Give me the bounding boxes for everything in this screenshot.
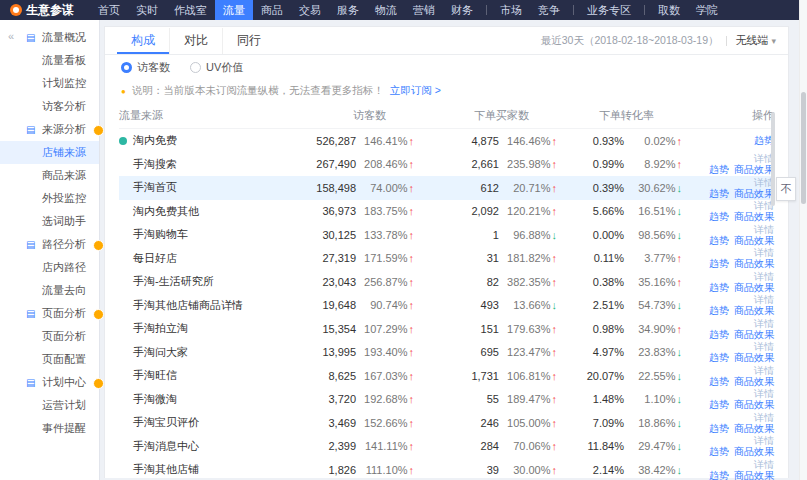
metric-option-UV价值[interactable]: UV价值 <box>190 60 243 75</box>
nav-item-财务[interactable]: 财务 <box>443 0 481 20</box>
action-link-趋势[interactable]: 趋势 <box>709 188 729 199</box>
metric-option-访客数[interactable]: 访客数 <box>121 60 170 75</box>
nav-item-营销[interactable]: 营销 <box>405 0 443 20</box>
action-link-商品效果[interactable]: 商品效果 <box>734 282 774 293</box>
expand-dot-icon[interactable] <box>119 137 127 145</box>
sidebar-item-店内路径[interactable]: 店内路径 <box>0 256 99 279</box>
action-link-详情[interactable]: 详情 <box>754 341 774 352</box>
feedback-tab[interactable]: 不 <box>776 177 796 201</box>
action-link-商品效果[interactable]: 商品效果 <box>734 164 774 175</box>
table-row[interactable]: 手淘消息中心2,399141.11%↑28470.06%↑11.84%29.47… <box>119 435 774 459</box>
nav-item-商品[interactable]: 商品 <box>253 0 291 20</box>
action-link-趋势[interactable]: 趋势 <box>709 470 729 480</box>
nav-item-学院[interactable]: 学院 <box>688 0 726 20</box>
nav-item-交易[interactable]: 交易 <box>291 0 329 20</box>
nav-item-作战室[interactable]: 作战室 <box>166 0 215 20</box>
page-scrollbar[interactable] <box>799 0 807 480</box>
action-link-商品效果[interactable]: 商品效果 <box>734 188 774 199</box>
nav-item-流量[interactable]: 流量 <box>215 0 253 20</box>
sidebar-item-流量看板[interactable]: 流量看板 <box>0 49 99 72</box>
action-link-详情[interactable]: 详情 <box>754 247 774 258</box>
sidebar-item-计划中心[interactable]: ▤计划中心 <box>0 371 99 394</box>
table-row[interactable]: 手淘-生活研究所23,043256.87%↑82382.35%↑0.38%35.… <box>119 270 774 294</box>
tab-对比[interactable]: 对比 <box>169 28 222 54</box>
action-link-趋势[interactable]: 趋势 <box>709 235 729 246</box>
action-link-趋势[interactable]: 趋势 <box>709 423 729 434</box>
nav-item-实时[interactable]: 实时 <box>128 0 166 20</box>
action-link-趋势[interactable]: 趋势 <box>709 258 729 269</box>
action-link-详情[interactable]: 详情 <box>754 224 774 235</box>
tab-构成[interactable]: 构成 <box>117 28 169 54</box>
action-link-详情[interactable]: 详情 <box>754 412 774 423</box>
nav-item-竞争[interactable]: 竞争 <box>530 0 568 20</box>
action-link-商品效果[interactable]: 商品效果 <box>734 329 774 340</box>
table-row[interactable]: 手淘搜索267,490208.46%↑2,661235.98%↑0.99%8.9… <box>119 153 774 177</box>
table-row[interactable]: 手淘其他店铺商品详情19,64890.74%↑49313.66%↓2.51%54… <box>119 294 774 318</box>
table-row[interactable]: 每日好店27,319171.59%↑31181.82%↑0.11%3.77%↑详… <box>119 247 774 271</box>
table-row[interactable]: 手淘旺信8,625167.03%↑1,731106.81%↑20.07%22.5… <box>119 364 774 388</box>
sidebar-item-运营计划[interactable]: 运营计划 <box>0 394 99 417</box>
action-link-商品效果[interactable]: 商品效果 <box>734 470 774 480</box>
sidebar-item-页面分析[interactable]: 页面分析 <box>0 325 99 348</box>
action-link-详情[interactable]: 详情 <box>754 435 774 446</box>
sidebar-item-计划监控[interactable]: 计划监控 <box>0 72 99 95</box>
subscribe-link[interactable]: 立即订阅 > <box>390 84 441 98</box>
date-range-selector[interactable]: 最近30天（2018-02-18~2018-03-19） <box>541 34 719 48</box>
action-link-商品效果[interactable]: 商品效果 <box>734 446 774 457</box>
table-row[interactable]: 手淘宝贝评价3,469152.66%↑246105.00%↑7.09%18.86… <box>119 411 774 435</box>
logo[interactable]: 生意参谋 <box>10 2 74 19</box>
action-link-详情[interactable]: 详情 <box>754 271 774 282</box>
sidebar-item-页面分析[interactable]: ▤页面分析 <box>0 302 99 325</box>
sidebar-item-选词助手[interactable]: 选词助手 <box>0 210 99 233</box>
action-link-商品效果[interactable]: 商品效果 <box>734 423 774 434</box>
table-row[interactable]: 手淘拍立淘15,354107.29%↑151179.63%↑0.98%34.90… <box>119 317 774 341</box>
table-row[interactable]: 手淘其他店铺1,826111.10%↑3930.00%↑2.14%38.42%↓… <box>119 458 774 480</box>
action-link-趋势[interactable]: 趋势 <box>709 164 729 175</box>
action-link-趋势[interactable]: 趋势 <box>709 352 729 363</box>
table-scrollbar-thumb[interactable] <box>771 112 775 206</box>
action-link-趋势[interactable]: 趋势 <box>709 282 729 293</box>
action-link-趋势[interactable]: 趋势 <box>709 211 729 222</box>
action-link-商品效果[interactable]: 商品效果 <box>734 399 774 410</box>
nav-item-物流[interactable]: 物流 <box>367 0 405 20</box>
table-row[interactable]: 手淘微淘3,720192.68%↑55189.47%↑1.48%1.10%↓详情… <box>119 388 774 412</box>
table-row[interactable]: 手淘首页158,49874.00%↑61220.71%↑0.39%30.62%↓… <box>119 176 774 200</box>
table-row[interactable]: 淘内免费其他36,973183.75%↑2,092120.21%↑5.66%16… <box>119 200 774 224</box>
table-row[interactable]: 淘内免费526,287146.41%↑4,875146.46%↑0.93%0.0… <box>119 129 774 153</box>
action-link-详情[interactable]: 详情 <box>754 294 774 305</box>
action-link-商品效果[interactable]: 商品效果 <box>734 211 774 222</box>
nav-item-取数[interactable]: 取数 <box>650 0 688 20</box>
action-link-趋势[interactable]: 趋势 <box>709 376 729 387</box>
sidebar-item-来源分析[interactable]: ▤来源分析 <box>0 118 99 141</box>
action-link-商品效果[interactable]: 商品效果 <box>734 258 774 269</box>
action-link-详情[interactable]: 详情 <box>754 459 774 470</box>
action-link-商品效果[interactable]: 商品效果 <box>734 352 774 363</box>
action-link-详情[interactable]: 详情 <box>754 318 774 329</box>
sidebar-item-页面配置[interactable]: 页面配置 <box>0 348 99 371</box>
nav-item-市场[interactable]: 市场 <box>492 0 530 20</box>
sidebar-item-访客分析[interactable]: 访客分析 <box>0 95 99 118</box>
sidebar-item-流量去向[interactable]: 流量去向 <box>0 279 99 302</box>
action-link-商品效果[interactable]: 商品效果 <box>734 305 774 316</box>
sidebar-item-外投监控[interactable]: 外投监控 <box>0 187 99 210</box>
nav-item-首页[interactable]: 首页 <box>90 0 128 20</box>
device-dropdown[interactable]: 无线端 ▾ <box>735 33 776 48</box>
sidebar-item-路径分析[interactable]: ▤路径分析 <box>0 233 99 256</box>
nav-item-服务[interactable]: 服务 <box>329 0 367 20</box>
sidebar-item-商品来源[interactable]: 商品来源 <box>0 164 99 187</box>
action-link-详情[interactable]: 详情 <box>754 388 774 399</box>
action-link-商品效果[interactable]: 商品效果 <box>734 235 774 246</box>
sidebar-item-流量概况[interactable]: ▤流量概况 <box>0 26 99 49</box>
action-link-趋势[interactable]: 趋势 <box>709 305 729 316</box>
action-link-趋势[interactable]: 趋势 <box>709 329 729 340</box>
sidebar-item-事件提醒[interactable]: 事件提醒 <box>0 417 99 440</box>
action-link-详情[interactable]: 详情 <box>754 365 774 376</box>
scrollbar-thumb[interactable] <box>801 92 806 204</box>
action-link-商品效果[interactable]: 商品效果 <box>734 376 774 387</box>
action-link-趋势[interactable]: 趋势 <box>709 399 729 410</box>
table-row[interactable]: 手淘问大家13,995193.40%↑695123.47%↑4.97%23.83… <box>119 341 774 365</box>
table-row[interactable]: 手淘购物车30,125133.78%↑196.88%↓0.00%98.56%↓详… <box>119 223 774 247</box>
sidebar-item-店铺来源[interactable]: 店铺来源 <box>0 141 99 164</box>
action-link-趋势[interactable]: 趋势 <box>709 446 729 457</box>
tab-同行[interactable]: 同行 <box>222 28 275 54</box>
